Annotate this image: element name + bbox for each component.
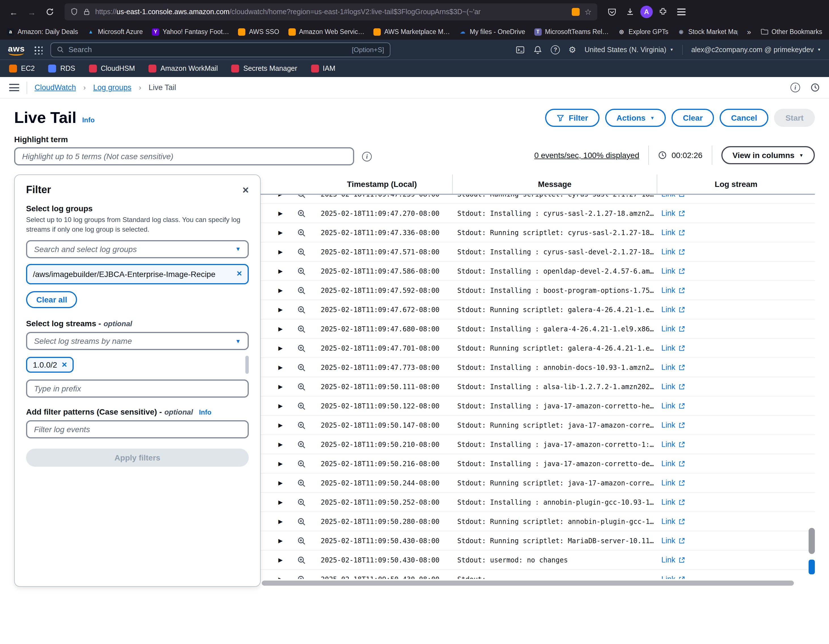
bookmark-item[interactable]: Amazon Web Servic… <box>288 28 364 35</box>
shield-icon[interactable] <box>70 8 78 16</box>
expand-row-icon[interactable]: ▶ <box>278 499 282 505</box>
inspect-event-icon[interactable] <box>297 420 306 430</box>
expand-row-icon[interactable]: ▶ <box>278 557 282 563</box>
inspect-event-icon[interactable] <box>297 555 306 564</box>
expand-row-icon[interactable]: ▶ <box>278 537 282 544</box>
log-stream-link[interactable]: Link <box>657 382 815 391</box>
inspect-event-icon[interactable] <box>297 305 306 314</box>
horizontal-scrollbar-thumb[interactable] <box>262 581 794 586</box>
account-menu[interactable]: alex@c2company.com @ primekeydev ▼ <box>691 46 821 54</box>
title-info-link[interactable]: Info <box>82 116 95 124</box>
breadcrumb-log-groups[interactable]: Log groups <box>93 83 131 92</box>
inspect-event-icon[interactable] <box>297 536 306 545</box>
help-icon[interactable]: ? <box>551 45 560 54</box>
favorites-item[interactable]: CloudHSM <box>89 65 135 72</box>
notifications-bell-icon[interactable] <box>533 45 542 54</box>
inspect-event-icon[interactable] <box>297 517 306 526</box>
log-stream-link[interactable]: Link <box>657 363 815 372</box>
scroll-to-latest-button[interactable] <box>809 560 815 574</box>
other-bookmarks[interactable]: Other Bookmarks <box>760 28 822 36</box>
patterns-info-link[interactable]: Info <box>199 409 211 417</box>
clear-all-button[interactable]: Clear all <box>26 291 77 309</box>
expand-row-icon[interactable]: ▶ <box>278 383 282 390</box>
log-stream-link[interactable]: Link <box>657 517 815 526</box>
highlight-info-icon[interactable]: i <box>362 151 372 161</box>
inspect-event-icon[interactable] <box>297 209 306 218</box>
log-stream-link[interactable]: Link <box>657 344 815 352</box>
expand-row-icon[interactable]: ▶ <box>278 345 282 351</box>
log-stream-link[interactable]: Link <box>657 195 815 198</box>
vertical-scrollbar-thumb[interactable] <box>809 528 815 554</box>
inspect-event-icon[interactable] <box>297 440 306 449</box>
inspect-event-icon[interactable] <box>297 266 306 276</box>
console-search-input[interactable]: Search [Option+S] <box>50 42 391 57</box>
bookmarks-overflow-icon[interactable]: » <box>747 27 751 36</box>
expand-row-icon[interactable]: ▶ <box>278 287 282 293</box>
favorites-item[interactable]: RDS <box>49 65 76 72</box>
inspect-event-icon[interactable] <box>297 228 306 237</box>
actions-button[interactable]: Actions ▼ <box>605 109 666 127</box>
expand-row-icon[interactable]: ▶ <box>278 326 282 332</box>
reload-button[interactable] <box>42 4 58 20</box>
filter-button[interactable]: Filter <box>545 109 599 127</box>
log-stream-link[interactable]: Link <box>657 247 815 256</box>
start-button[interactable]: Start <box>774 109 815 127</box>
expand-row-icon[interactable]: ▶ <box>278 460 282 467</box>
menu-icon[interactable] <box>673 4 689 20</box>
profile-avatar[interactable]: A <box>640 6 653 18</box>
services-grid-icon[interactable] <box>33 45 43 54</box>
log-stream-link[interactable]: Link <box>657 421 815 429</box>
inspect-event-icon[interactable] <box>297 382 306 391</box>
log-stream-link[interactable]: Link <box>657 324 815 333</box>
timezone-clock-icon[interactable] <box>810 83 820 92</box>
expand-row-icon[interactable]: ▶ <box>278 403 282 409</box>
expand-row-icon[interactable]: ▶ <box>278 480 282 486</box>
cancel-button[interactable]: Cancel <box>720 109 768 127</box>
log-stream-link[interactable]: Link <box>657 267 815 275</box>
bookmark-item[interactable]: ◉ Stock Market Map <box>678 28 738 35</box>
apply-filters-button[interactable]: Apply filters <box>26 449 249 467</box>
view-in-columns-button[interactable]: View in columns ▼ <box>721 146 815 164</box>
expand-row-icon[interactable]: ▶ <box>278 195 282 197</box>
inspect-event-icon[interactable] <box>297 401 306 410</box>
log-stream-link[interactable]: Link <box>657 305 815 314</box>
log-stream-link[interactable]: Link <box>657 440 815 449</box>
log-stream-link[interactable]: Link <box>657 479 815 487</box>
clear-button[interactable]: Clear <box>671 109 714 127</box>
remove-stream-icon[interactable]: × <box>62 361 67 370</box>
log-streams-select[interactable]: Select log streams by name ▼ <box>26 332 249 350</box>
expand-row-icon[interactable]: ▶ <box>278 422 282 428</box>
favorites-item[interactable]: EC2 <box>9 65 35 72</box>
inspect-event-icon[interactable] <box>297 478 306 487</box>
back-button[interactable]: ← <box>6 4 22 20</box>
extensions-icon[interactable] <box>655 4 671 20</box>
log-stream-link[interactable]: Link <box>657 286 815 294</box>
bookmark-item[interactable]: ◎ Explore GPTs <box>618 28 669 35</box>
bookmark-item[interactable]: ☁ My files - OneDrive <box>459 28 525 35</box>
log-stream-link[interactable]: Link <box>657 556 815 564</box>
favorites-item[interactable]: Secrets Manager <box>232 65 297 72</box>
url-bar[interactable]: https://us-east-1.console.aws.amazon.com… <box>65 3 597 20</box>
region-selector[interactable]: United States (N. Virginia) ▼ <box>585 46 673 54</box>
favorites-item[interactable]: IAM <box>311 65 335 72</box>
pocket-icon[interactable] <box>604 4 620 20</box>
expand-row-icon[interactable]: ▶ <box>278 249 282 255</box>
events-rate-stat[interactable]: 0 events/sec, 100% displayed <box>534 151 639 160</box>
favorites-item[interactable]: Amazon WorkMail <box>148 65 217 72</box>
bookmark-item[interactable]: AWS Marketplace M… <box>374 28 450 35</box>
side-nav-toggle-icon[interactable] <box>9 84 19 91</box>
inspect-event-icon[interactable] <box>297 363 306 372</box>
log-stream-link[interactable]: Link <box>657 402 815 410</box>
downloads-icon[interactable] <box>622 4 638 20</box>
expand-row-icon[interactable]: ▶ <box>278 364 282 370</box>
inspect-event-icon[interactable] <box>297 247 306 256</box>
cloudshell-icon[interactable] <box>515 45 525 54</box>
close-icon[interactable]: × <box>243 185 249 195</box>
vertical-scrollbar[interactable] <box>809 195 815 579</box>
log-stream-link[interactable]: Link <box>657 459 815 468</box>
log-stream-link[interactable]: Link <box>657 536 815 545</box>
info-panel-icon[interactable]: i <box>790 83 800 92</box>
settings-gear-icon[interactable]: ⚙ <box>568 44 576 55</box>
stream-prefix-input[interactable]: Type in prefix <box>26 380 249 398</box>
log-stream-link[interactable]: Link <box>657 498 815 506</box>
